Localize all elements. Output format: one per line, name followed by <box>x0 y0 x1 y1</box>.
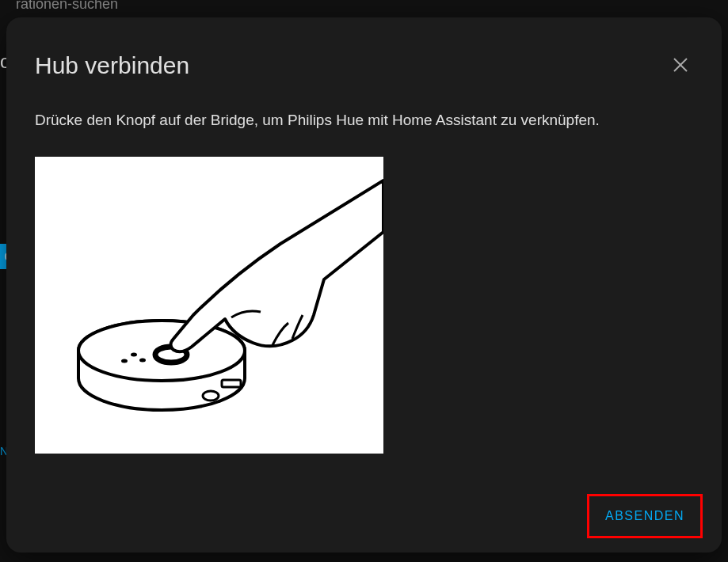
background-search-text: rationen-suchen <box>16 0 118 13</box>
bridge-press-illustration <box>35 157 383 454</box>
hand-pressing-bridge-icon <box>35 157 383 454</box>
svg-point-8 <box>121 359 128 363</box>
close-button[interactable] <box>668 52 693 80</box>
svg-rect-9 <box>222 380 241 387</box>
dialog-title: Hub verbinden <box>35 52 189 79</box>
dialog-footer: ABSENDEN <box>587 494 703 538</box>
submit-button[interactable]: ABSENDEN <box>587 494 703 538</box>
hub-connect-dialog: Hub verbinden Drücke den Knopf auf der B… <box>6 17 722 553</box>
dialog-header: Hub verbinden <box>35 52 693 80</box>
svg-point-6 <box>131 353 137 357</box>
dialog-description: Drücke den Knopf auf der Bridge, um Phil… <box>35 108 653 131</box>
svg-point-10 <box>203 391 219 401</box>
close-icon <box>671 63 690 77</box>
svg-point-7 <box>139 359 146 363</box>
